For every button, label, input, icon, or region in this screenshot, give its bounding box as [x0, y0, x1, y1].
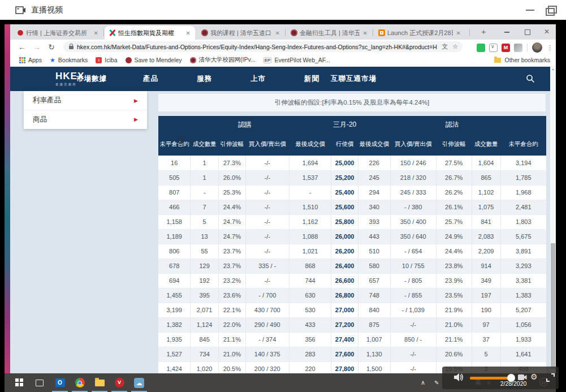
bookmark-tsinghua-network[interactable]: 清华大学校园网(IPv... [190, 56, 256, 64]
data-cell: 24.9% [436, 229, 472, 244]
data-cell: 875 [358, 317, 390, 332]
data-cell: 1 [191, 156, 218, 170]
data-cell: -/- [245, 185, 289, 200]
browser-tab-sse[interactable]: 行情 | 上海证券交易所 ✕ [12, 26, 103, 40]
nav-market-data[interactable]: 市場數據 [76, 67, 107, 91]
browser-maximize-button[interactable] [519, 24, 536, 40]
data-cell: 218 / 320 [390, 170, 436, 185]
tab-close-icon[interactable]: ✕ [274, 30, 281, 36]
taskbar-outlook[interactable]: O [53, 377, 67, 389]
browser-menu-icon[interactable]: ⋮ [547, 44, 553, 51]
taskbar-cloud-app[interactable]: ☁ [132, 377, 146, 389]
data-cell: 630 [289, 288, 331, 303]
browser-tab-launch[interactable]: Launch 正式授课2月28日 ✕ [374, 26, 465, 40]
table-row: 3,1992,07122.1%430 / 70053027,000840- / … [158, 303, 546, 317]
tab-title: 我的课程 | 清华五道口金融学 [210, 29, 272, 37]
tab-close-icon[interactable]: ✕ [455, 30, 462, 36]
back-button[interactable]: ← [15, 42, 29, 51]
nav-products[interactable]: 產品 [143, 67, 158, 91]
column-header-cell: 未平倉合約 [158, 133, 191, 156]
taskbar-chrome[interactable] [73, 377, 87, 389]
browser-tab-courses[interactable]: 我的课程 | 清华五道口金融学 ✕ [197, 26, 284, 40]
tab-close-icon[interactable]: ✕ [93, 30, 100, 36]
fullscreen-icon[interactable] [546, 373, 555, 382]
nav-services[interactable]: 服務 [197, 67, 212, 91]
data-cell: - / 1,039 [390, 303, 436, 317]
menu-item-interest-rate-products[interactable]: 利率產品 ▶ [24, 91, 147, 110]
data-cell: 865 [472, 170, 500, 185]
data-cell: 23.9% [436, 273, 472, 288]
data-cell: 5,675 [500, 229, 546, 244]
browser-tab-hkex-active[interactable]: 恒生指數期貨及期權 ✕ [105, 26, 195, 40]
pen-tray-icon[interactable]: ✎ [434, 373, 439, 392]
extension-icon[interactable] [514, 44, 522, 52]
tab-close-icon[interactable]: ✕ [185, 30, 192, 36]
bookmark-label: Apps [28, 57, 42, 63]
nav-news[interactable]: 新聞 [304, 67, 319, 91]
column-header-cell: 買入價/賣出價 [245, 133, 289, 156]
new-tab-button[interactable]: ＋ [479, 27, 487, 37]
viewer-minimize-button[interactable] [524, 5, 537, 15]
chrome-icon [75, 378, 85, 387]
data-cell: 1,935 [158, 332, 191, 347]
scrollbar-thumb[interactable] [551, 243, 555, 369]
system-clock-date[interactable]: 2/28/2020 [490, 380, 537, 387]
nav-listing[interactable]: 上市 [250, 67, 266, 91]
taskbar-expressvpn[interactable]: V [113, 377, 126, 389]
bookmark-bookmarks[interactable]: ★ Bookmarks [50, 57, 88, 64]
forward-button[interactable]: → [29, 42, 44, 51]
data-cell: 678 [158, 259, 191, 273]
scrollbar-up-arrow-icon[interactable]: ▲ [550, 67, 556, 71]
pocket-extension-icon[interactable] [489, 44, 498, 52]
bookmark-mendeley[interactable]: Save to Mendeley [126, 57, 182, 63]
menu-item-commodities[interactable]: 商品 ▶ [24, 110, 147, 128]
data-cell: 16 [158, 156, 191, 170]
table-group-header-row: 認購三月-20認沽 [158, 116, 546, 133]
profile-avatar[interactable] [532, 42, 542, 53]
viewer-restore-button[interactable] [545, 5, 557, 15]
search-icon[interactable] [526, 74, 535, 83]
data-cell: -/- [245, 244, 289, 259]
browser-tab-derivatives[interactable]: 金融衍生工具 | 清华五道口金 ✕ [286, 26, 372, 40]
bookmark-apps[interactable]: Apps [19, 57, 42, 63]
url-text[interactable]: hkex.com.hk/Market-Data/Futures-and-Opti… [77, 44, 437, 50]
data-cell: 657 [358, 273, 390, 288]
volume-slider[interactable] [470, 377, 509, 380]
tab-close-icon[interactable]: ✕ [362, 30, 369, 36]
browser-minimize-button[interactable] [499, 24, 516, 40]
other-bookmarks-button[interactable]: Other bookmarks [494, 57, 550, 63]
task-view-button[interactable] [33, 377, 46, 389]
table-row: 505126.0%-/-1,53725,200245218 / 32026.7%… [158, 170, 546, 185]
data-cell: 2,209 [472, 244, 500, 259]
taskbar-file-explorer[interactable] [93, 377, 106, 389]
mendeley-extension-icon[interactable]: M [502, 44, 510, 52]
bookmark-star-icon[interactable]: ☆ [452, 43, 458, 50]
data-cell: -/- [245, 200, 289, 214]
data-cell: 868 [289, 259, 331, 273]
outlook-icon: O [55, 378, 65, 387]
bookmark-label: EventPilot Web_AF... [274, 57, 330, 63]
translate-icon[interactable]: 文 [442, 42, 448, 51]
bookmark-iciba[interactable]: i Iciba [96, 57, 117, 63]
volume-icon[interactable] [453, 372, 465, 382]
options-price-table: 認購三月-20認沽 未平倉合約成交數量引伸波幅買入價/賣出價最後成交價行使價最後… [158, 116, 546, 373]
data-cell: -/- [390, 317, 436, 332]
data-cell: 192 [191, 273, 218, 288]
reload-button[interactable]: ↻ [44, 42, 59, 51]
start-button[interactable] [12, 377, 26, 389]
page-scrollbar[interactable]: ▲ [550, 67, 556, 373]
https-lock-icon[interactable] [69, 46, 74, 49]
address-bar[interactable]: hkex.com.hk/Market-Data/Futures-and-Opti… [63, 41, 463, 52]
bookmark-eventpilot[interactable]: EP EventPilot Web_AF... [263, 57, 330, 63]
data-cell: 694 [158, 273, 191, 288]
browser-close-button[interactable]: ✕ [538, 24, 555, 40]
tray-expand-button[interactable]: ∧ [421, 373, 425, 392]
data-cell: 20.6% [436, 347, 472, 361]
tab-separator [285, 29, 286, 36]
data-cell: 25.3% [218, 185, 245, 200]
nav-connect-markets[interactable]: 互聯互通市場 [331, 67, 377, 91]
evernote-extension-icon[interactable] [477, 44, 485, 52]
table-row: 1,158524.7%-/-1,16225,800393350 / 40025.… [158, 214, 546, 229]
tab-separator [103, 29, 104, 36]
data-cell: - / 374 [245, 332, 289, 347]
